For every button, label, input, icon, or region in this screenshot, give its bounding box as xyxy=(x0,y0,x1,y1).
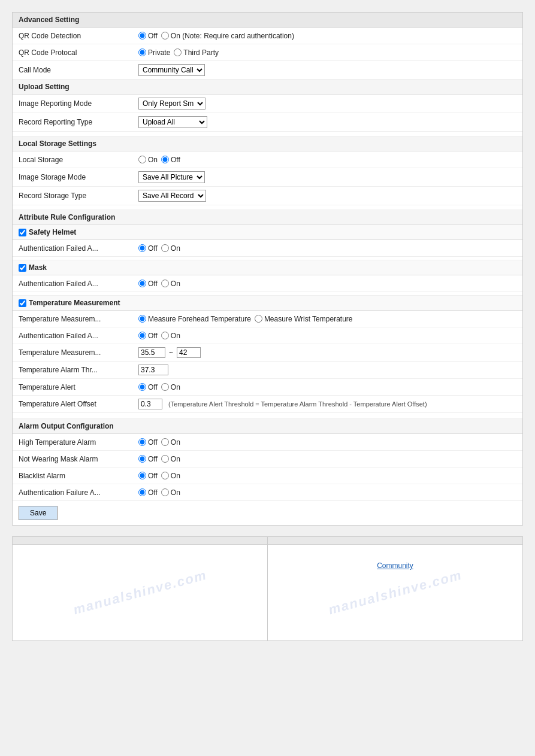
tm-auth-on-item: On xyxy=(161,332,180,340)
temp-measurement-checkbox[interactable] xyxy=(19,299,26,307)
tm-auth-off-radio[interactable] xyxy=(138,332,146,339)
qr-on-radio[interactable] xyxy=(161,32,169,40)
high-temp-alarm-row: High Temperature Alarm Off On xyxy=(13,434,522,451)
qr-code-protocal-value: Private Third Party xyxy=(138,48,516,57)
ta-off-label: Off xyxy=(148,383,158,391)
ta-off-item: Off xyxy=(138,383,158,391)
record-storage-type-label: Record Storage Type xyxy=(19,192,138,200)
tm-auth-on-radio[interactable] xyxy=(161,332,169,339)
mask-on-label: On xyxy=(171,280,180,288)
temp-auth-value: Off On xyxy=(138,332,516,340)
mask-off-label: Off xyxy=(148,280,158,288)
mask-off-item: Off xyxy=(138,280,158,288)
safety-helmet-auth-label: Authentication Failed A... xyxy=(19,244,138,253)
record-storage-type-value: Save All Record Save Selected xyxy=(138,190,516,202)
image-storage-mode-label: Image Storage Mode xyxy=(19,173,138,181)
mask-checkbox[interactable] xyxy=(19,264,26,272)
image-reporting-mode-row: Image Reporting Mode Only Report Sm Repo… xyxy=(13,95,522,113)
ta-on-radio[interactable] xyxy=(161,383,169,391)
qr-code-detection-row: QR Code Detection Off On (Note: Require … xyxy=(13,28,522,44)
alarm-output-header: Alarm Output Configuration xyxy=(13,419,522,434)
temp-range-from-input[interactable] xyxy=(138,347,165,358)
ls-on-item: On xyxy=(138,156,158,164)
qr-on-item: On (Note: Require card authentication) xyxy=(161,32,294,40)
mask-on-radio[interactable] xyxy=(161,280,169,287)
temp-range-row: Temperature Measurem... ~ xyxy=(13,344,522,362)
qr-on-label: On (Note: Require card authentication) xyxy=(171,32,294,40)
ls-off-label: Off xyxy=(171,156,180,164)
proto-private-radio[interactable] xyxy=(138,48,146,56)
temp-alarm-threshold-label: Temperature Alarm Thr... xyxy=(19,366,138,374)
record-storage-type-row: Record Storage Type Save All Record Save… xyxy=(13,187,522,205)
nwm-off-radio[interactable] xyxy=(138,455,146,463)
call-mode-select[interactable]: Community Call Direct Call xyxy=(138,64,205,76)
mask-alarm-value: Off On xyxy=(138,455,516,463)
tm-forehead-radio[interactable] xyxy=(138,315,146,323)
af-on-radio[interactable] xyxy=(161,488,169,496)
record-storage-type-select[interactable]: Save All Record Save Selected xyxy=(138,190,206,202)
qr-code-detection-value: Off On (Note: Require card authenticatio… xyxy=(138,32,516,40)
mask-label: Mask xyxy=(29,263,47,272)
temp-alert-label: Temperature Alert xyxy=(19,383,138,391)
bl-off-item: Off xyxy=(138,472,158,480)
qr-off-item: Off xyxy=(138,32,158,40)
mask-section: Mask xyxy=(13,260,522,275)
image-reporting-mode-select[interactable]: Only Report Sm Report All xyxy=(138,98,205,110)
tm-wrist-label: Measure Wrist Temperature xyxy=(264,315,353,323)
safety-helmet-checkbox[interactable] xyxy=(19,229,26,236)
sh-off-item: Off xyxy=(138,244,158,253)
qr-off-radio[interactable] xyxy=(138,32,146,40)
ht-on-radio[interactable] xyxy=(161,438,169,446)
mask-auth-value: Off On xyxy=(138,280,516,288)
ht-off-item: Off xyxy=(138,438,158,447)
temp-range-to-input[interactable] xyxy=(177,347,201,358)
record-reporting-type-row: Record Reporting Type Upload All Upload … xyxy=(13,113,522,132)
bl-off-radio[interactable] xyxy=(138,472,146,479)
ta-off-radio[interactable] xyxy=(138,383,146,391)
sh-on-radio[interactable] xyxy=(161,244,169,252)
proto-third-radio[interactable] xyxy=(174,48,182,56)
temp-range-separator: ~ xyxy=(169,348,173,357)
af-off-radio[interactable] xyxy=(138,488,146,496)
tm-forehead-label: Measure Forehead Temperature xyxy=(148,315,251,323)
high-temp-alarm-value: Off On xyxy=(138,438,516,447)
bl-on-item: On xyxy=(161,472,180,480)
safety-helmet-auth-row: Authentication Failed A... Off On xyxy=(13,240,522,257)
image-storage-mode-select[interactable]: Save All Picture Save Selected xyxy=(138,171,205,183)
temp-alert-value: Off On xyxy=(138,383,516,391)
temp-alarm-threshold-row: Temperature Alarm Thr... xyxy=(13,362,522,379)
sh-off-radio[interactable] xyxy=(138,244,146,252)
mask-alarm-label: Not Wearing Mask Alarm xyxy=(19,455,138,463)
bottom-col2-cell: Community manualshinve.com xyxy=(268,545,522,640)
blacklist-alarm-value: Off On xyxy=(138,472,516,480)
temp-measure-mode-value: Measure Forehead Temperature Measure Wri… xyxy=(138,315,516,323)
proto-private-label: Private xyxy=(148,48,170,57)
ta-on-label: On xyxy=(171,383,180,391)
record-reporting-type-label: Record Reporting Type xyxy=(19,118,138,126)
call-mode-label: Call Mode xyxy=(19,66,138,74)
community-link[interactable]: Community xyxy=(377,561,413,570)
ls-on-radio[interactable] xyxy=(138,156,146,163)
save-button[interactable]: Save xyxy=(19,506,58,520)
nwm-on-radio[interactable] xyxy=(161,455,169,463)
temp-alert-row: Temperature Alert Off On xyxy=(13,379,522,396)
safety-helmet-auth-value: Off On xyxy=(138,244,516,253)
qr-code-protocal-row: QR Code Protocal Private Third Party xyxy=(13,44,522,61)
sh-on-label: On xyxy=(171,244,180,253)
ht-off-radio[interactable] xyxy=(138,438,146,446)
temp-alarm-threshold-input[interactable] xyxy=(138,365,168,375)
tm-auth-off-item: Off xyxy=(138,332,158,340)
mask-on-item: On xyxy=(161,280,180,288)
image-reporting-mode-value: Only Report Sm Report All xyxy=(138,98,516,110)
bl-on-label: On xyxy=(171,472,180,480)
ls-off-radio[interactable] xyxy=(161,156,169,163)
temp-measure-mode-row: Temperature Measurem... Measure Forehead… xyxy=(13,311,522,327)
auth-failure-alarm-row: Authentication Failure A... Off On xyxy=(13,484,522,501)
nwm-off-item: Off xyxy=(138,455,158,463)
bl-on-radio[interactable] xyxy=(161,472,169,479)
record-reporting-type-select[interactable]: Upload All Upload Selected xyxy=(138,116,207,128)
temp-alert-offset-input[interactable] xyxy=(138,399,162,409)
tm-wrist-radio[interactable] xyxy=(255,315,262,323)
bottom-col1-cell: manualshinve.com xyxy=(13,545,268,640)
mask-off-radio[interactable] xyxy=(138,280,146,287)
